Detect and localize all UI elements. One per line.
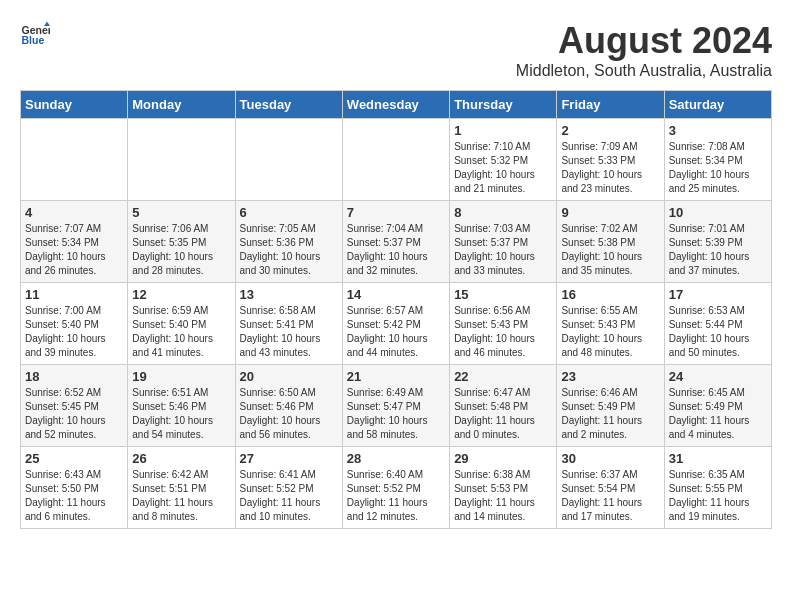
day-info: Sunrise: 6:52 AM Sunset: 5:45 PM Dayligh… [25, 386, 123, 442]
day-header-tuesday: Tuesday [235, 91, 342, 119]
day-header-monday: Monday [128, 91, 235, 119]
day-info: Sunrise: 6:46 AM Sunset: 5:49 PM Dayligh… [561, 386, 659, 442]
day-info: Sunrise: 7:04 AM Sunset: 5:37 PM Dayligh… [347, 222, 445, 278]
page-header: General Blue August 2024 Middleton, Sout… [20, 20, 772, 80]
week-row-2: 4Sunrise: 7:07 AM Sunset: 5:34 PM Daylig… [21, 201, 772, 283]
calendar-cell: 19Sunrise: 6:51 AM Sunset: 5:46 PM Dayli… [128, 365, 235, 447]
day-info: Sunrise: 6:41 AM Sunset: 5:52 PM Dayligh… [240, 468, 338, 524]
day-info: Sunrise: 6:49 AM Sunset: 5:47 PM Dayligh… [347, 386, 445, 442]
day-info: Sunrise: 6:40 AM Sunset: 5:52 PM Dayligh… [347, 468, 445, 524]
day-number: 3 [669, 123, 767, 138]
calendar-cell: 16Sunrise: 6:55 AM Sunset: 5:43 PM Dayli… [557, 283, 664, 365]
header-row: SundayMondayTuesdayWednesdayThursdayFrid… [21, 91, 772, 119]
calendar-cell: 10Sunrise: 7:01 AM Sunset: 5:39 PM Dayli… [664, 201, 771, 283]
day-number: 19 [132, 369, 230, 384]
day-number: 9 [561, 205, 659, 220]
day-info: Sunrise: 6:56 AM Sunset: 5:43 PM Dayligh… [454, 304, 552, 360]
calendar-cell: 20Sunrise: 6:50 AM Sunset: 5:46 PM Dayli… [235, 365, 342, 447]
day-info: Sunrise: 6:42 AM Sunset: 5:51 PM Dayligh… [132, 468, 230, 524]
day-number: 15 [454, 287, 552, 302]
svg-text:Blue: Blue [22, 34, 45, 46]
calendar-cell: 29Sunrise: 6:38 AM Sunset: 5:53 PM Dayli… [450, 447, 557, 529]
week-row-3: 11Sunrise: 7:00 AM Sunset: 5:40 PM Dayli… [21, 283, 772, 365]
calendar-cell: 11Sunrise: 7:00 AM Sunset: 5:40 PM Dayli… [21, 283, 128, 365]
day-number: 4 [25, 205, 123, 220]
day-info: Sunrise: 6:53 AM Sunset: 5:44 PM Dayligh… [669, 304, 767, 360]
day-header-friday: Friday [557, 91, 664, 119]
day-number: 1 [454, 123, 552, 138]
day-info: Sunrise: 7:08 AM Sunset: 5:34 PM Dayligh… [669, 140, 767, 196]
day-info: Sunrise: 6:55 AM Sunset: 5:43 PM Dayligh… [561, 304, 659, 360]
calendar-cell: 8Sunrise: 7:03 AM Sunset: 5:37 PM Daylig… [450, 201, 557, 283]
day-info: Sunrise: 7:01 AM Sunset: 5:39 PM Dayligh… [669, 222, 767, 278]
calendar-cell [342, 119, 449, 201]
day-info: Sunrise: 6:38 AM Sunset: 5:53 PM Dayligh… [454, 468, 552, 524]
calendar-cell [235, 119, 342, 201]
day-info: Sunrise: 6:37 AM Sunset: 5:54 PM Dayligh… [561, 468, 659, 524]
calendar-cell: 26Sunrise: 6:42 AM Sunset: 5:51 PM Dayli… [128, 447, 235, 529]
day-info: Sunrise: 6:57 AM Sunset: 5:42 PM Dayligh… [347, 304, 445, 360]
day-info: Sunrise: 6:50 AM Sunset: 5:46 PM Dayligh… [240, 386, 338, 442]
week-row-1: 1Sunrise: 7:10 AM Sunset: 5:32 PM Daylig… [21, 119, 772, 201]
day-number: 20 [240, 369, 338, 384]
calendar-cell: 12Sunrise: 6:59 AM Sunset: 5:40 PM Dayli… [128, 283, 235, 365]
day-info: Sunrise: 7:03 AM Sunset: 5:37 PM Dayligh… [454, 222, 552, 278]
calendar-cell: 1Sunrise: 7:10 AM Sunset: 5:32 PM Daylig… [450, 119, 557, 201]
day-number: 24 [669, 369, 767, 384]
day-number: 5 [132, 205, 230, 220]
day-number: 11 [25, 287, 123, 302]
day-number: 7 [347, 205, 445, 220]
day-info: Sunrise: 6:59 AM Sunset: 5:40 PM Dayligh… [132, 304, 230, 360]
day-header-sunday: Sunday [21, 91, 128, 119]
day-header-saturday: Saturday [664, 91, 771, 119]
calendar-cell: 2Sunrise: 7:09 AM Sunset: 5:33 PM Daylig… [557, 119, 664, 201]
logo: General Blue [20, 20, 50, 50]
calendar-cell: 27Sunrise: 6:41 AM Sunset: 5:52 PM Dayli… [235, 447, 342, 529]
calendar-cell: 6Sunrise: 7:05 AM Sunset: 5:36 PM Daylig… [235, 201, 342, 283]
day-number: 27 [240, 451, 338, 466]
week-row-4: 18Sunrise: 6:52 AM Sunset: 5:45 PM Dayli… [21, 365, 772, 447]
day-header-thursday: Thursday [450, 91, 557, 119]
day-info: Sunrise: 6:43 AM Sunset: 5:50 PM Dayligh… [25, 468, 123, 524]
calendar-cell: 23Sunrise: 6:46 AM Sunset: 5:49 PM Dayli… [557, 365, 664, 447]
day-info: Sunrise: 7:10 AM Sunset: 5:32 PM Dayligh… [454, 140, 552, 196]
day-number: 10 [669, 205, 767, 220]
subtitle: Middleton, South Australia, Australia [516, 62, 772, 80]
calendar-cell [128, 119, 235, 201]
logo-icon: General Blue [20, 20, 50, 50]
day-number: 28 [347, 451, 445, 466]
day-number: 8 [454, 205, 552, 220]
day-info: Sunrise: 7:06 AM Sunset: 5:35 PM Dayligh… [132, 222, 230, 278]
day-number: 17 [669, 287, 767, 302]
day-number: 23 [561, 369, 659, 384]
day-number: 22 [454, 369, 552, 384]
calendar-cell: 5Sunrise: 7:06 AM Sunset: 5:35 PM Daylig… [128, 201, 235, 283]
day-info: Sunrise: 6:45 AM Sunset: 5:49 PM Dayligh… [669, 386, 767, 442]
day-info: Sunrise: 7:00 AM Sunset: 5:40 PM Dayligh… [25, 304, 123, 360]
day-number: 21 [347, 369, 445, 384]
day-number: 18 [25, 369, 123, 384]
calendar-cell: 30Sunrise: 6:37 AM Sunset: 5:54 PM Dayli… [557, 447, 664, 529]
calendar-cell: 31Sunrise: 6:35 AM Sunset: 5:55 PM Dayli… [664, 447, 771, 529]
day-info: Sunrise: 6:35 AM Sunset: 5:55 PM Dayligh… [669, 468, 767, 524]
day-info: Sunrise: 6:58 AM Sunset: 5:41 PM Dayligh… [240, 304, 338, 360]
calendar-cell: 25Sunrise: 6:43 AM Sunset: 5:50 PM Dayli… [21, 447, 128, 529]
day-number: 25 [25, 451, 123, 466]
day-info: Sunrise: 7:07 AM Sunset: 5:34 PM Dayligh… [25, 222, 123, 278]
day-number: 14 [347, 287, 445, 302]
calendar-cell: 15Sunrise: 6:56 AM Sunset: 5:43 PM Dayli… [450, 283, 557, 365]
day-info: Sunrise: 7:05 AM Sunset: 5:36 PM Dayligh… [240, 222, 338, 278]
day-number: 29 [454, 451, 552, 466]
calendar-cell: 4Sunrise: 7:07 AM Sunset: 5:34 PM Daylig… [21, 201, 128, 283]
day-number: 26 [132, 451, 230, 466]
calendar-cell: 17Sunrise: 6:53 AM Sunset: 5:44 PM Dayli… [664, 283, 771, 365]
calendar-cell: 22Sunrise: 6:47 AM Sunset: 5:48 PM Dayli… [450, 365, 557, 447]
calendar-cell: 9Sunrise: 7:02 AM Sunset: 5:38 PM Daylig… [557, 201, 664, 283]
calendar-cell: 7Sunrise: 7:04 AM Sunset: 5:37 PM Daylig… [342, 201, 449, 283]
title-block: August 2024 Middleton, South Australia, … [516, 20, 772, 80]
calendar-cell: 13Sunrise: 6:58 AM Sunset: 5:41 PM Dayli… [235, 283, 342, 365]
day-number: 31 [669, 451, 767, 466]
calendar-cell: 28Sunrise: 6:40 AM Sunset: 5:52 PM Dayli… [342, 447, 449, 529]
day-info: Sunrise: 7:09 AM Sunset: 5:33 PM Dayligh… [561, 140, 659, 196]
main-title: August 2024 [516, 20, 772, 62]
